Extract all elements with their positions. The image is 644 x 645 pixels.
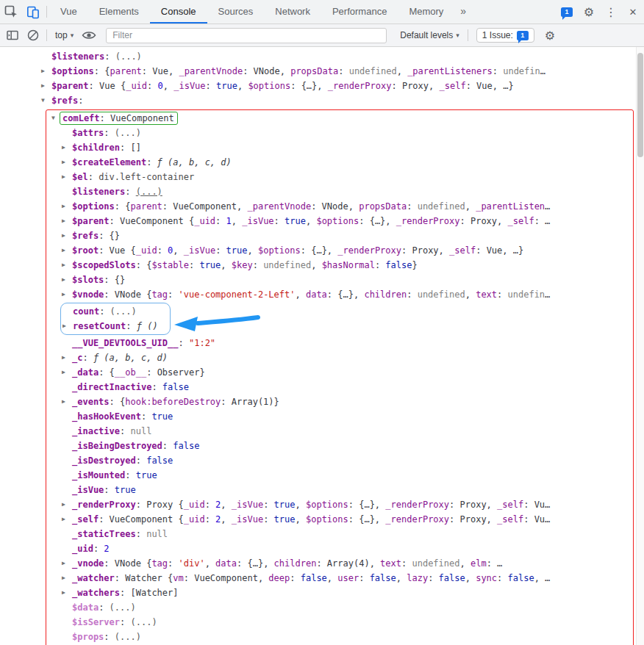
tree-row[interactable]: ▼$refs: xyxy=(0,93,644,108)
tree-row[interactable]: ▶$scopedSlots: {$stable: true, $key: und… xyxy=(46,258,633,273)
getter-ellipsis[interactable]: (...) xyxy=(110,602,136,613)
issues-counter-button[interactable]: 1 Issue: 1 xyxy=(476,28,534,43)
tree-row[interactable]: ▶_data: {__ob__: Observer} xyxy=(46,365,633,380)
expander-icon[interactable]: ▶ xyxy=(62,243,72,258)
tab-network[interactable]: Network xyxy=(264,0,321,24)
value-segment: _self xyxy=(449,245,476,256)
value-segment: $key xyxy=(232,260,253,270)
value-segment: , xyxy=(348,201,359,212)
tree-row[interactable]: ▶$parent: VueComponent {_uid: 1, _isVue:… xyxy=(46,214,633,228)
inspect-element-icon[interactable] xyxy=(0,0,22,24)
kebab-menu-icon[interactable]: ⋮ xyxy=(600,0,622,24)
property-name: $parent xyxy=(51,81,89,91)
live-expression-eye-icon[interactable] xyxy=(79,26,99,44)
expander-icon[interactable]: ▼ xyxy=(41,93,51,108)
expander-icon[interactable]: ▶ xyxy=(62,199,72,214)
clear-console-icon[interactable] xyxy=(24,26,43,44)
log-levels-dropdown[interactable]: Default levels ▾ xyxy=(396,30,464,40)
tree-row[interactable]: ▶resetCount: ƒ () xyxy=(61,319,158,334)
tree-row: $data: (...) xyxy=(46,600,633,615)
value-segment: VueComponent xyxy=(173,201,237,212)
tree-row[interactable]: ▶$slots: {} xyxy=(46,273,633,287)
value-segment: : xyxy=(243,66,253,76)
getter-ellipsis[interactable]: (...) xyxy=(115,51,142,62)
value-segment: , xyxy=(465,573,476,583)
expander-icon[interactable]: ▶ xyxy=(41,64,51,79)
tab-sources[interactable]: Sources xyxy=(207,0,265,24)
value-segment: , xyxy=(439,245,449,256)
value-segment: : xyxy=(338,66,348,76)
value-segment: _renderProxy xyxy=(328,81,392,91)
chevron-down-icon: ▾ xyxy=(71,32,74,39)
scrollbar-track[interactable] xyxy=(636,47,644,645)
expander-icon[interactable]: ▶ xyxy=(62,170,72,184)
value-segment: data xyxy=(215,558,237,569)
tree-row[interactable]: ▶_watcher: Watcher {vm: VueComponent, de… xyxy=(46,571,633,585)
expander-icon[interactable]: ▶ xyxy=(62,155,72,170)
tree-row[interactable]: ▶$createElement: ƒ (a, b, c, d) xyxy=(46,155,633,170)
value-segment: , xyxy=(237,81,248,91)
issues-indicator-button[interactable]: 1 xyxy=(556,0,578,24)
expander-icon[interactable]: ▶ xyxy=(62,394,72,409)
expander-icon[interactable]: ▶ xyxy=(62,287,72,302)
tree-row[interactable]: ▶_c: ƒ (a, b, c, d) xyxy=(46,350,633,365)
value-segment: : xyxy=(120,617,130,627)
tree-row[interactable]: ▼comLeft: VueComponent xyxy=(46,111,633,126)
device-toolbar-icon[interactable] xyxy=(22,0,44,24)
tree-row[interactable]: ▶$el: div.left-container xyxy=(46,170,633,184)
tree-row[interactable]: ▶$refs: {} xyxy=(46,228,633,243)
getter-ellipsis[interactable]: (...) xyxy=(130,617,157,627)
getter-ellipsis[interactable]: (...) xyxy=(115,632,141,642)
tree-row[interactable]: ▶$children: [] xyxy=(46,140,633,155)
property-name: _inactive xyxy=(72,426,120,436)
tree-row[interactable]: ▶$root: Vue {_uid: 0, _isVue: true, $opt… xyxy=(46,243,633,258)
tab-memory[interactable]: Memory xyxy=(398,0,454,24)
tree-row: __VUE_DEVTOOLS_UID__: "1:2" xyxy=(46,336,633,350)
expander-icon[interactable]: ▶ xyxy=(62,365,72,380)
close-icon[interactable]: ✕ xyxy=(622,0,644,24)
tree-row[interactable]: ▶$vnode: VNode {tag: 'vue-component-2-Le… xyxy=(46,287,633,302)
scrollbar-thumb[interactable] xyxy=(637,53,643,157)
filter-input[interactable] xyxy=(106,28,387,43)
getter-ellipsis[interactable]: (...) xyxy=(110,306,137,317)
value-segment: : xyxy=(120,426,130,436)
more-tabs-button[interactable]: » xyxy=(454,0,472,24)
tree-row[interactable]: ▶_events: {hook:beforeDestroy: Array(1)} xyxy=(46,394,633,409)
property-name: count xyxy=(73,306,99,317)
expander-icon[interactable]: ▶ xyxy=(62,585,72,600)
tree-row[interactable]: ▶_self: VueComponent {_uid: 2, _isVue: t… xyxy=(46,512,633,527)
expander-icon[interactable]: ▶ xyxy=(62,258,72,273)
expander-icon[interactable]: ▶ xyxy=(62,214,72,228)
value-segment: : xyxy=(466,81,476,91)
expander-icon[interactable]: ▶ xyxy=(62,497,72,512)
tree-row[interactable]: ▶$options: {parent: VueComponent, _paren… xyxy=(46,199,633,214)
tree-row[interactable]: ▶_vnode: VNode {tag: 'div', data: {…}, c… xyxy=(46,556,633,571)
getter-ellipsis[interactable]: (...) xyxy=(115,128,141,138)
expander-icon[interactable]: ▶ xyxy=(62,228,72,243)
expander-icon[interactable]: ▶ xyxy=(62,319,73,334)
settings-gear-icon[interactable]: ⚙ xyxy=(578,0,600,24)
expander-icon[interactable]: ▶ xyxy=(62,571,72,585)
tab-performance[interactable]: Performance xyxy=(321,0,398,24)
console-sidebar-toggle-icon[interactable] xyxy=(3,26,22,44)
getter-ellipsis[interactable]: (...) xyxy=(136,187,162,197)
expander-icon[interactable]: ▶ xyxy=(62,556,72,571)
tree-row[interactable]: ▶$options: {parent: Vue, _parentVnode: V… xyxy=(0,64,644,79)
value-segment: : xyxy=(523,514,534,525)
tab-elements[interactable]: Elements xyxy=(88,0,150,24)
tree-row[interactable]: ▶_watchers: [Watcher] xyxy=(46,585,633,600)
tab-console[interactable]: Console xyxy=(150,0,207,24)
context-selector-dropdown[interactable]: top ▾ xyxy=(51,30,78,40)
console-settings-gear-icon[interactable]: ⚙ xyxy=(540,26,559,44)
expander-icon[interactable]: ▶ xyxy=(62,273,72,287)
annotation-red-box: ▼comLeft: VueComponent$attrs: (...)▶$chi… xyxy=(46,109,634,645)
value-segment: ƒ () xyxy=(137,321,158,331)
tab-vue[interactable]: Vue xyxy=(49,0,88,24)
expander-icon[interactable]: ▶ xyxy=(62,140,72,155)
expander-icon[interactable]: ▶ xyxy=(41,79,51,93)
tree-row[interactable]: ▶$parent: Vue {_uid: 0, _isVue: true, $o… xyxy=(0,79,644,93)
divider xyxy=(46,6,47,18)
tree-row[interactable]: ▶_renderProxy: Proxy {_uid: 2, _isVue: t… xyxy=(46,497,633,512)
expander-icon[interactable]: ▶ xyxy=(62,512,72,527)
expander-icon[interactable]: ▶ xyxy=(62,350,72,365)
